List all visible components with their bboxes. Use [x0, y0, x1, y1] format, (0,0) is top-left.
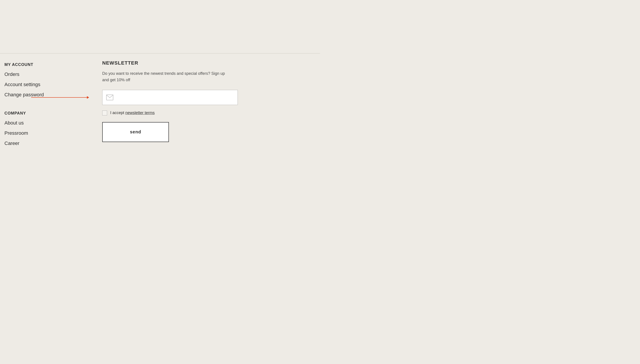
email-input[interactable] — [102, 90, 238, 105]
sidebar-item-account-settings[interactable]: Account settings — [5, 82, 98, 88]
sidebar-spacer — [5, 102, 98, 109]
main-content: MY ACCOUNT Orders Account settings Chang… — [0, 54, 320, 151]
arrow-indicator — [31, 97, 89, 98]
arrow-line — [31, 97, 89, 98]
send-button[interactable]: send — [102, 122, 169, 142]
newsletter-terms-link[interactable]: newsletter terms — [125, 110, 155, 115]
sidebar-item-orders[interactable]: Orders — [5, 72, 98, 77]
newsletter-section: NEWSLETTER Do you want to receive the ne… — [98, 60, 253, 151]
checkbox-label-text: I accept — [110, 110, 125, 115]
email-input-wrapper — [102, 90, 238, 105]
checkbox-wrapper: I accept newsletter terms — [102, 110, 245, 116]
accept-terms-checkbox[interactable] — [102, 110, 107, 116]
sidebar-item-career[interactable]: Career — [5, 140, 98, 146]
my-account-section-title: MY ACCOUNT — [5, 62, 98, 67]
sidebar: MY ACCOUNT Orders Account settings Chang… — [0, 60, 98, 151]
company-section-title: COMPANY — [5, 111, 98, 116]
top-area — [0, 0, 320, 53]
sidebar-item-change-password[interactable]: Change password — [5, 92, 98, 98]
checkbox-label[interactable]: I accept newsletter terms — [110, 110, 155, 115]
newsletter-title: NEWSLETTER — [102, 60, 245, 66]
newsletter-description: Do you want to receive the newest trends… — [102, 70, 231, 83]
page-wrapper: MY ACCOUNT Orders Account settings Chang… — [0, 0, 320, 182]
sidebar-item-pressroom[interactable]: Pressroom — [5, 130, 98, 136]
sidebar-item-about-us[interactable]: About us — [5, 120, 98, 126]
